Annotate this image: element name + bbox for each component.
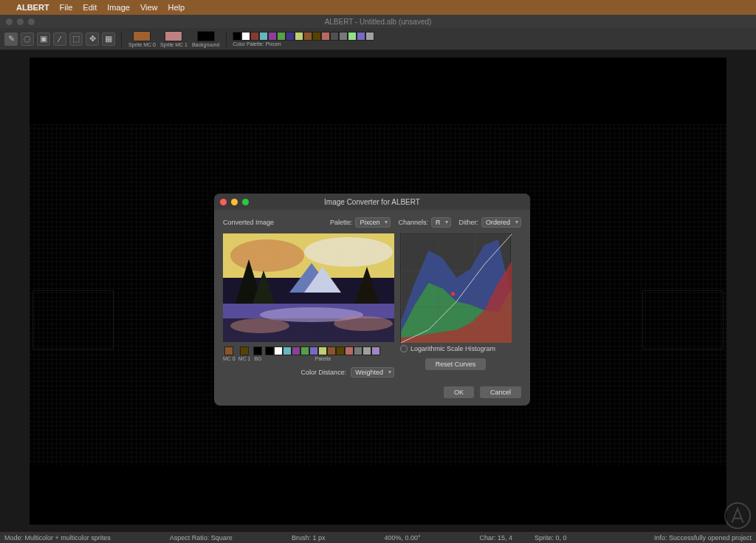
- tool-move[interactable]: ✥: [86, 33, 99, 46]
- dialog-title: Image Converter for ALBERT: [324, 198, 420, 206]
- swatch-sprite-mc1[interactable]: Sprite MC 1: [160, 31, 188, 47]
- tool-eyedropper[interactable]: ⁄: [53, 33, 66, 46]
- palette-swatch[interactable]: [274, 346, 283, 355]
- swatch-label: Sprite MC 1: [160, 42, 188, 47]
- dialog-minimize-icon[interactable]: [231, 199, 238, 205]
- image-converter-dialog: Image Converter for ALBERT Converted Ima…: [214, 194, 530, 406]
- palette-swatch[interactable]: [327, 346, 336, 355]
- palette-swatch[interactable]: [312, 32, 321, 41]
- palette-select[interactable]: Pixcen: [355, 217, 391, 228]
- palette-group-label: Palette: [315, 356, 331, 361]
- color-distance-row: Color Distance: Weighted: [223, 367, 394, 378]
- palette-label: Palette:: [330, 219, 353, 226]
- palette-group: Palette: [265, 346, 380, 361]
- log-histogram-toggle[interactable]: Logarithmic Scale Histogram: [400, 345, 511, 352]
- app-logo-watermark: [724, 502, 752, 530]
- channels-select[interactable]: R: [431, 217, 452, 228]
- dialog-zoom-icon[interactable]: [242, 199, 249, 205]
- swatch-color-bg[interactable]: [197, 31, 215, 41]
- palette-swatch[interactable]: [253, 346, 262, 355]
- palette-swatch[interactable]: [365, 32, 374, 41]
- palette-swatch[interactable]: [339, 32, 348, 41]
- menu-help[interactable]: Help: [168, 3, 185, 12]
- palette-swatch[interactable]: [259, 32, 268, 41]
- window-titlebar: ALBERT - Untitled.alb (unsaved): [0, 15, 756, 28]
- palette-swatch[interactable]: [371, 346, 380, 355]
- status-aspect: Aspect Ratio: Square: [170, 534, 233, 542]
- palette-swatch[interactable]: [283, 346, 292, 355]
- swatch-label: Background: [192, 42, 219, 47]
- ok-button[interactable]: OK: [444, 386, 474, 398]
- palette-swatch[interactable]: [345, 346, 354, 355]
- swatch-sprite-mc0[interactable]: Sprite MC 0: [128, 31, 156, 47]
- palette-swatch[interactable]: [357, 32, 365, 41]
- status-char: Char: 15, 4: [480, 534, 513, 542]
- dialog-body: Converted Image Palette: Pixcen Channels…: [214, 210, 530, 406]
- dither-label: Dither:: [458, 219, 478, 226]
- separator: [226, 31, 227, 47]
- swatch-color-mc1[interactable]: [165, 31, 182, 41]
- dialog-close-icon[interactable]: [220, 199, 227, 205]
- palette-row[interactable]: [233, 32, 374, 41]
- menu-image[interactable]: Image: [107, 3, 130, 12]
- app-menu[interactable]: ALBERT: [16, 3, 49, 12]
- dither-select[interactable]: Ordered: [481, 217, 521, 228]
- palette-group: BG: [253, 346, 262, 361]
- checkbox-icon[interactable]: [400, 345, 408, 352]
- palette-swatch[interactable]: [277, 32, 286, 41]
- menu-file[interactable]: File: [60, 3, 73, 12]
- tool-select[interactable]: ⬚: [69, 33, 83, 46]
- palette-label: Color Palette: Pixcen: [233, 41, 281, 47]
- main-toolbar: ✎ ◌ ▣ ⁄ ⬚ ✥ ▦ Sprite MC 0 Sprite MC 1 Ba…: [0, 28, 756, 50]
- converted-image-preview[interactable]: [223, 233, 394, 342]
- palette-swatch[interactable]: [265, 346, 274, 355]
- palette-swatch[interactable]: [224, 346, 233, 355]
- cancel-button[interactable]: Cancel: [480, 386, 521, 398]
- tool-lasso[interactable]: ◌: [21, 33, 34, 46]
- palette-swatch[interactable]: [233, 32, 241, 41]
- palette-swatch[interactable]: [321, 32, 330, 41]
- swatch-color-mc0[interactable]: [133, 31, 151, 41]
- palette-swatch[interactable]: [268, 32, 277, 41]
- palette-swatch[interactable]: [292, 346, 300, 355]
- converted-image-label: Converted Image: [223, 219, 274, 226]
- palette-swatch[interactable]: [303, 32, 312, 41]
- color-distance-select[interactable]: Weighted: [351, 367, 394, 378]
- palette-swatch[interactable]: [309, 346, 318, 355]
- swatch-label: Sprite MC 0: [128, 42, 156, 47]
- maximize-window-icon[interactable]: [28, 18, 35, 25]
- reset-curves-button[interactable]: Reset Curves: [425, 358, 487, 370]
- histogram-chart[interactable]: [400, 233, 511, 342]
- palette-swatch[interactable]: [362, 346, 371, 355]
- tool-grid[interactable]: ▦: [102, 33, 115, 46]
- swatch-background[interactable]: Background: [192, 31, 219, 47]
- palette-swatch[interactable]: [295, 32, 303, 41]
- palette-swatch[interactable]: [354, 346, 362, 355]
- histogram-column: Logarithmic Scale Histogram Reset Curves: [400, 233, 511, 378]
- palette-swatch[interactable]: [330, 32, 339, 41]
- close-window-icon[interactable]: [6, 18, 13, 25]
- palette-swatch[interactable]: [336, 346, 345, 355]
- tool-fill[interactable]: ▣: [37, 33, 50, 46]
- svg-rect-14: [223, 233, 394, 342]
- dialog-palette-row: MC 0MC 1BGPalette: [223, 346, 394, 361]
- toolbar-palette: Color Palette: Pixcen: [233, 32, 374, 47]
- palette-swatch[interactable]: [286, 32, 295, 41]
- palette-swatch[interactable]: [348, 32, 357, 41]
- palette-swatch[interactable]: [318, 346, 327, 355]
- palette-swatch[interactable]: [250, 32, 259, 41]
- palette-swatch[interactable]: [240, 346, 249, 355]
- minimize-window-icon[interactable]: [17, 18, 24, 25]
- tool-pencil[interactable]: ✎: [4, 33, 18, 46]
- palette-swatch[interactable]: [300, 346, 309, 355]
- menu-view[interactable]: View: [140, 3, 158, 12]
- dialog-top-row: Converted Image Palette: Pixcen Channels…: [223, 217, 521, 228]
- dialog-button-row: OK Cancel: [223, 386, 521, 398]
- separator: [121, 31, 122, 47]
- palette-swatch[interactable]: [241, 32, 250, 41]
- status-zoom: 400%, 0.00°: [384, 534, 420, 542]
- status-sprite: Sprite: 0, 0: [535, 534, 567, 542]
- channels-selector: Channels: R: [398, 217, 451, 228]
- color-distance-label: Color Distance:: [301, 369, 347, 376]
- menu-edit[interactable]: Edit: [83, 3, 97, 12]
